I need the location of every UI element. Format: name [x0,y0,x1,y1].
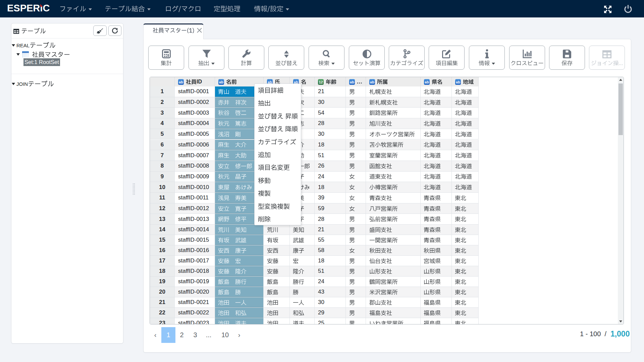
svg-text:ab: ab [219,80,223,84]
svg-text:ab: ab [370,80,374,84]
svg-text:ab: ab [179,80,183,84]
svg-text:ab: ab [456,80,460,84]
svg-text:ab: ab [350,80,354,84]
svg-text:ab: ab [425,80,429,84]
svg-text:12: 12 [319,80,323,84]
